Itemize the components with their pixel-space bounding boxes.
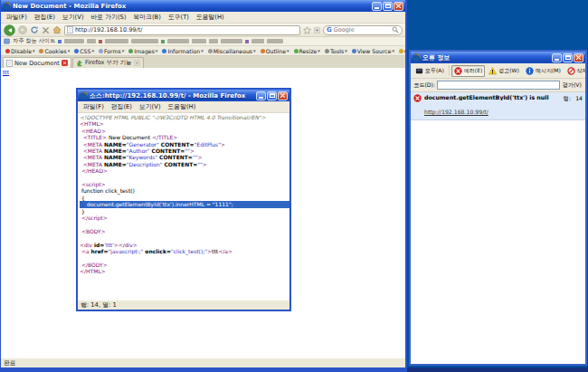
filter-button-삭제-c[interactable]: 삭제(C) (564, 65, 585, 77)
page-link-ttt[interactable]: ttt (3, 69, 9, 75)
search-box[interactable]: G (323, 25, 403, 35)
source-code-line: <!DOCTYPE HTML PUBLIC "-//W3C//DTD HTML … (80, 114, 289, 120)
blurred-bookmark[interactable] (161, 40, 165, 43)
chevron-down-icon: ▾ (156, 48, 158, 53)
maximize-button[interactable] (383, 2, 393, 11)
options-icon (399, 49, 403, 53)
menubar-item-편집-e[interactable]: 편집(E) (108, 102, 136, 111)
tab-firefox-부가-기능[interactable]: Firefox 부가 기능 (72, 57, 144, 68)
console-titlebar[interactable]: 오류 정보 (411, 52, 585, 63)
source-code-line: <a href="javascript:;" onclick="click_te… (80, 248, 289, 254)
webdev-menu-images[interactable]: Images▾ (127, 48, 159, 54)
minimize-button[interactable] (256, 91, 266, 100)
webdev-menu-information[interactable]: Information▾ (160, 48, 204, 54)
miscellaneous-icon (208, 49, 213, 53)
blurred-bookmark[interactable] (99, 40, 102, 43)
webdev-menu-label: View Source (357, 48, 392, 54)
bookmark-star-icon[interactable] (303, 26, 311, 34)
chevron-down-icon: ▾ (253, 48, 256, 53)
search-input[interactable] (334, 26, 390, 33)
error-message: document.getElementById('ttx') is null (424, 94, 561, 100)
error-source-link[interactable]: http://192.168.10.99/t/ (424, 109, 488, 115)
blurred-bookmark[interactable] (251, 39, 264, 43)
close-button[interactable] (574, 53, 583, 62)
stop-button[interactable] (42, 26, 50, 34)
close-button[interactable] (394, 2, 403, 11)
chevron-down-icon: ▾ (201, 48, 204, 53)
blurred-bookmark[interactable] (245, 40, 249, 43)
menubar-item-도움말-h[interactable]: 도움말(H) (165, 102, 200, 111)
webdev-menu-outline[interactable]: Outline▾ (259, 48, 291, 54)
webdev-menu-forms[interactable]: Forms▾ (97, 48, 126, 54)
webdev-menu-cookies[interactable]: Cookies▾ (37, 48, 71, 54)
blurred-bookmark[interactable] (192, 39, 206, 43)
filter-button-경고-w[interactable]: 경고(W) (486, 65, 522, 77)
webdev-menu-label: Miscellaneous (213, 48, 252, 54)
filter-button-에러-e[interactable]: 에러(E) (451, 65, 485, 77)
tab-close-icon[interactable] (134, 60, 140, 66)
blurred-bookmark[interactable] (87, 39, 96, 43)
blurred-bookmark[interactable] (267, 39, 283, 43)
source-titlebar[interactable]: 소스:http://192.168.10.99/t/ - Mozilla Fir… (78, 90, 289, 101)
menubar-item-파일-f[interactable]: 파일(F) (80, 102, 108, 111)
reload-button[interactable] (30, 25, 39, 34)
webdev-menu-tools[interactable]: Tools▾ (323, 48, 349, 54)
menubar-item-보기-v[interactable]: 보기(V) (59, 13, 88, 22)
menubar-item-도움말-h[interactable]: 도움말(H) (193, 13, 228, 22)
chevron-down-icon: ▾ (287, 48, 289, 53)
console-error-entry[interactable]: document.getElementById('ttx') is nullht… (411, 92, 585, 120)
home-button[interactable] (52, 25, 62, 34)
most-visited-label[interactable]: 자주 찾는 사이트 (13, 37, 55, 45)
source-code-line: <div id='ttt'></div> (80, 242, 289, 248)
chevron-down-icon: ▾ (393, 48, 395, 53)
menubar-item-북마크-b[interactable]: 북마크(B) (130, 13, 165, 22)
blurred-bookmark[interactable] (131, 39, 158, 43)
location-bar[interactable]: http://192.168.10.99/t/ (64, 25, 300, 35)
webdev-menu-label: Information (167, 48, 200, 54)
resize-icon (294, 49, 299, 53)
blurred-bookmark[interactable] (209, 39, 218, 43)
back-button[interactable] (4, 24, 15, 36)
outline-icon (261, 49, 265, 53)
menubar-item-편집-e[interactable]: 편집(E) (31, 13, 59, 22)
blurred-bookmark[interactable] (221, 39, 242, 43)
filter-button-label: 모두(A) (425, 67, 444, 75)
web-developer-toolbar: Disable▾Cookies▾CSS▾Forms▾Images▾Informa… (1, 46, 405, 56)
restore-button[interactable] (563, 53, 573, 62)
blurred-bookmark[interactable] (167, 39, 189, 43)
menubar-item-바로-가기-s[interactable]: 바로 가기(S) (88, 13, 130, 22)
error-line: 행:14 (564, 94, 583, 103)
webdev-menu-options[interactable]: Options▾ (397, 48, 405, 54)
close-button[interactable] (278, 91, 288, 100)
evaluate-button[interactable]: 평가(V) (562, 81, 583, 90)
search-magnifier-icon[interactable] (392, 26, 399, 33)
toolbar-separator (449, 65, 450, 76)
forward-button[interactable] (18, 25, 27, 34)
menubar-item-보기-v[interactable]: 보기(V) (136, 102, 165, 111)
url-text: http://192.168.10.99/t/ (75, 26, 142, 33)
webdev-menu-miscellaneous[interactable]: Miscellaneous▾ (206, 48, 258, 54)
blurred-bookmark[interactable] (58, 40, 62, 43)
code-label: 코드(D): (413, 81, 435, 90)
menubar-item-파일-f[interactable]: 파일(F) (3, 13, 31, 22)
source-code-line (80, 234, 289, 241)
filter-button-메시지-m[interactable]: 메시지(M) (523, 65, 564, 77)
history-dropdown-icon[interactable] (314, 27, 320, 33)
blurred-bookmark[interactable] (64, 39, 84, 43)
webdev-menu-resize[interactable]: Resize▾ (292, 48, 322, 54)
code-input[interactable] (437, 81, 560, 90)
webdev-menu-view-source[interactable]: View Source▾ (350, 48, 396, 54)
tab-close-icon[interactable] (62, 60, 68, 66)
main-titlebar[interactable]: New Document - Mozilla Firefox (1, 0, 405, 12)
webdev-menu-disable[interactable]: Disable▾ (4, 48, 36, 54)
menubar-item-도구-t[interactable]: 도구(T) (165, 13, 193, 22)
maximize-button[interactable] (267, 91, 277, 100)
main-status-text: 완료 (4, 358, 16, 367)
firefox-icon (3, 2, 11, 10)
minimize-button[interactable] (552, 53, 562, 62)
minimize-button[interactable] (372, 2, 382, 11)
tab-new-document[interactable]: New Document (3, 57, 71, 68)
filter-button-모두-a[interactable]: 모두(A) (413, 65, 447, 77)
blurred-bookmark[interactable] (105, 39, 128, 43)
webdev-menu-css[interactable]: CSS▾ (72, 48, 96, 54)
